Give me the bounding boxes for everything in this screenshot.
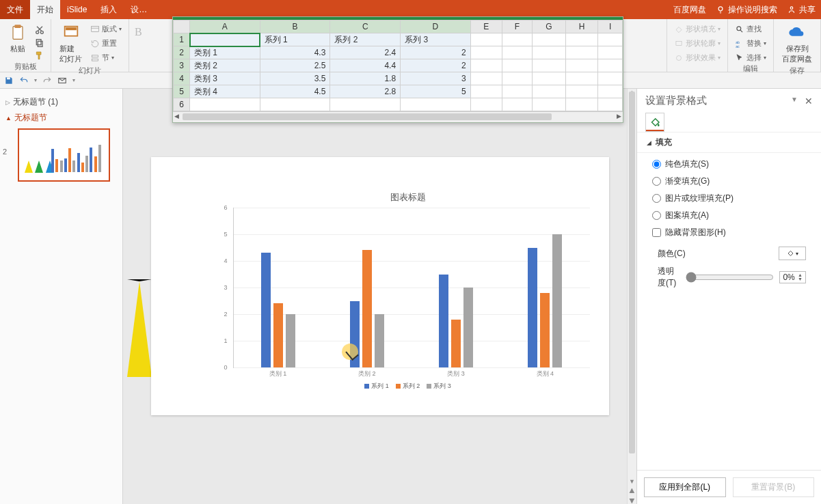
cell[interactable] bbox=[598, 85, 623, 98]
row-hdr-6[interactable]: 6 bbox=[174, 98, 190, 111]
find-button[interactable]: 查找 bbox=[733, 23, 768, 35]
redo-icon[interactable] bbox=[42, 76, 52, 85]
scroll-thumb[interactable] bbox=[183, 113, 552, 120]
close-pane-icon[interactable]: ✕ bbox=[805, 96, 813, 107]
radio-solid-fill[interactable]: 纯色填充(S) bbox=[652, 158, 806, 170]
bar[interactable] bbox=[350, 301, 360, 368]
pane-options-icon[interactable]: ▼ bbox=[791, 96, 798, 107]
cell-D1[interactable]: 系列 3 bbox=[401, 33, 471, 46]
chart-plot-area[interactable]: 0123456类别 1类别 2类别 3类别 4 bbox=[233, 208, 590, 368]
layout-button[interactable]: 版式▾ bbox=[89, 23, 123, 35]
chart-title[interactable]: 图表标题 bbox=[219, 191, 597, 204]
cell[interactable] bbox=[470, 59, 502, 72]
undo-dropdown-icon[interactable]: ▾ bbox=[34, 77, 37, 83]
cell[interactable] bbox=[502, 72, 532, 85]
col-hdr-H[interactable]: H bbox=[565, 20, 597, 33]
opacity-slider[interactable] bbox=[686, 272, 774, 283]
cell[interactable] bbox=[470, 85, 502, 98]
bar[interactable] bbox=[451, 320, 461, 367]
select-all-cell[interactable] bbox=[174, 20, 190, 33]
cell[interactable] bbox=[502, 46, 532, 59]
cell[interactable] bbox=[533, 85, 566, 98]
cell[interactable] bbox=[598, 72, 623, 85]
radio-pattern-fill[interactable]: 图案填充(A) bbox=[652, 210, 806, 221]
fill-category-button[interactable] bbox=[645, 113, 664, 132]
fill-section-header[interactable]: ◢ 填充 bbox=[637, 132, 821, 153]
bar[interactable] bbox=[375, 314, 384, 367]
cell[interactable] bbox=[190, 98, 260, 111]
bar[interactable] bbox=[540, 293, 550, 367]
sheet-hscrollbar[interactable]: ◀ ▶ bbox=[173, 111, 623, 122]
cell-B4[interactable]: 3.5 bbox=[260, 72, 330, 85]
cell[interactable] bbox=[565, 98, 597, 111]
col-hdr-A[interactable]: A bbox=[190, 20, 260, 33]
cell[interactable] bbox=[502, 59, 532, 72]
tell-me-search[interactable]: 操作说明搜索 bbox=[716, 4, 777, 16]
reset-button[interactable]: 重置 bbox=[89, 38, 123, 49]
cell[interactable] bbox=[533, 46, 566, 59]
row-hdr-5[interactable]: 5 bbox=[174, 85, 190, 98]
bar[interactable] bbox=[261, 253, 271, 367]
triangle-shape-yellow[interactable] bbox=[127, 279, 152, 377]
next-slide-icon[interactable]: ⯆ bbox=[628, 497, 636, 504]
new-slide-button[interactable]: 新建 幻灯片 bbox=[57, 22, 85, 66]
cell-D4[interactable]: 3 bbox=[401, 72, 471, 85]
section-untitled-active[interactable]: ▲ 无标题节 bbox=[4, 110, 118, 126]
shape-fill-button[interactable]: 形状填充▾ bbox=[673, 23, 722, 35]
cell-D2[interactable]: 2 bbox=[401, 46, 471, 59]
cell[interactable] bbox=[533, 59, 566, 72]
select-button[interactable]: 选择▾ bbox=[733, 52, 768, 64]
save-icon[interactable] bbox=[4, 76, 14, 85]
row-hdr-1[interactable]: 1 bbox=[174, 33, 190, 46]
col-hdr-C[interactable]: C bbox=[330, 20, 401, 33]
cell-B3[interactable]: 2.5 bbox=[260, 59, 330, 72]
section-untitled-1[interactable]: ▷ 无标题节 (1) bbox=[4, 94, 118, 110]
cell-A5[interactable]: 类别 4 bbox=[190, 85, 260, 98]
slide-thumbnail-2[interactable] bbox=[18, 128, 110, 182]
chart-legend[interactable]: 系列 1系列 2系列 3 bbox=[219, 382, 597, 391]
bar[interactable] bbox=[273, 303, 283, 367]
row-hdr-2[interactable]: 2 bbox=[174, 46, 190, 59]
cell[interactable] bbox=[598, 59, 623, 72]
embedded-spreadsheet[interactable]: A B C D E F G H I 1 系列 1 系列 2 系列 3 2 类别 … bbox=[172, 16, 623, 123]
cell[interactable] bbox=[565, 33, 597, 46]
scroll-down-icon[interactable]: ▼ bbox=[628, 478, 636, 485]
legend-item[interactable]: 系列 3 bbox=[427, 382, 451, 391]
legend-item[interactable]: 系列 2 bbox=[396, 382, 420, 391]
tab-home[interactable]: 开始 bbox=[30, 0, 60, 19]
cell[interactable] bbox=[470, 98, 502, 111]
qat-customize-icon[interactable]: ▾ bbox=[72, 77, 75, 83]
cell-C5[interactable]: 2.8 bbox=[330, 85, 401, 98]
col-hdr-D[interactable]: D bbox=[401, 20, 471, 33]
save-baidu-button[interactable]: 保存到 百度网盘 bbox=[779, 22, 815, 66]
spin-down-icon[interactable]: ▼ bbox=[798, 277, 803, 281]
slide-outline-panel[interactable]: ▷ 无标题节 (1) ▲ 无标题节 2 bbox=[0, 89, 123, 504]
bar[interactable] bbox=[528, 248, 537, 368]
bar[interactable] bbox=[286, 314, 295, 367]
col-hdr-B[interactable]: B bbox=[260, 20, 330, 33]
cell-D5[interactable]: 5 bbox=[401, 85, 471, 98]
cell-B1[interactable]: 系列 1 bbox=[260, 33, 330, 46]
cell[interactable] bbox=[401, 98, 471, 111]
tab-design[interactable]: 设… bbox=[124, 0, 154, 19]
checkbox-hide-bg-graphics[interactable]: 隐藏背景图形(H) bbox=[652, 227, 806, 238]
copy-icon[interactable] bbox=[34, 38, 45, 48]
tab-islide[interactable]: iSlide bbox=[60, 0, 94, 19]
cell[interactable] bbox=[565, 72, 597, 85]
shape-effects-button[interactable]: 形状效果▾ bbox=[673, 52, 722, 64]
tab-file[interactable]: 文件 bbox=[0, 0, 30, 19]
cell[interactable] bbox=[565, 59, 597, 72]
slide[interactable]: 图表标题 0123456类别 1类别 2类别 3类别 4 系列 1系列 2系列 … bbox=[151, 157, 609, 415]
cell[interactable] bbox=[470, 46, 502, 59]
col-hdr-I[interactable]: I bbox=[598, 20, 623, 33]
apply-to-all-button[interactable]: 应用到全部(L) bbox=[644, 477, 726, 497]
radio-gradient-fill[interactable]: 渐变填充(G) bbox=[652, 176, 806, 187]
radio-picture-fill[interactable]: 图片或纹理填充(P) bbox=[652, 193, 806, 204]
cell[interactable] bbox=[533, 98, 566, 111]
format-painter-icon[interactable] bbox=[34, 51, 45, 61]
scroll-left-icon[interactable]: ◀ bbox=[174, 113, 179, 120]
bar-group[interactable]: 类别 3 bbox=[435, 208, 476, 367]
shape-outline-button[interactable]: 形状轮廓▾ bbox=[673, 38, 722, 49]
cell[interactable] bbox=[260, 98, 330, 111]
row-hdr-3[interactable]: 3 bbox=[174, 59, 190, 72]
